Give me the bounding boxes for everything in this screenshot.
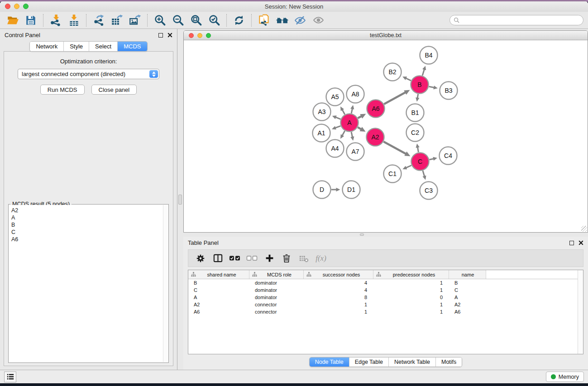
import-table-button[interactable]	[65, 13, 83, 28]
graph-edge-C-C4[interactable]	[430, 157, 437, 161]
table-row[interactable]: Cdominator41C	[188, 286, 583, 294]
graph-node-A7[interactable]: A7	[347, 143, 364, 161]
graph-edge-C-C1[interactable]	[402, 165, 411, 169]
table-cell[interactable]: 1	[304, 302, 373, 307]
delete-table-button[interactable]	[295, 251, 312, 266]
graph-edge-A-A4[interactable]	[340, 131, 345, 138]
table-row[interactable]: A2connector11A2	[188, 301, 583, 308]
table-cell[interactable]: A2	[449, 302, 486, 307]
graph-edge-A6-B[interactable]	[384, 90, 410, 104]
graph-node-C4[interactable]: C4	[440, 147, 457, 165]
splitter-handle[interactable]	[360, 234, 364, 236]
close-network-button[interactable]	[189, 33, 194, 38]
table-cell[interactable]: A2	[188, 302, 249, 307]
close-window-button[interactable]	[5, 4, 10, 9]
split-panel-button[interactable]	[209, 251, 226, 266]
graph-edge-D-D1[interactable]	[331, 188, 340, 191]
graph-edge-C-C2[interactable]	[416, 143, 420, 152]
graph-node-A5[interactable]: A5	[326, 88, 344, 106]
graph-node-A6[interactable]: A6	[367, 100, 385, 118]
graph-edge-A-A1[interactable]	[332, 126, 340, 129]
tab-select[interactable]: Select	[89, 42, 118, 51]
graph-node-C2[interactable]: C2	[406, 124, 424, 142]
table-cell[interactable]: 8	[304, 295, 373, 300]
column-header-shared-name[interactable]: shared name	[188, 270, 249, 279]
graph-node-C3[interactable]: C3	[420, 182, 438, 200]
show-panels-button[interactable]	[273, 13, 291, 28]
run-mcds-button[interactable]: Run MCDS	[40, 85, 85, 95]
zoom-in-button[interactable]	[151, 13, 169, 28]
float-panel-icon[interactable]	[569, 241, 574, 245]
table-cell[interactable]: 1	[373, 309, 449, 315]
function-builder-button[interactable]: f(x)	[312, 251, 330, 266]
tab-mcds[interactable]: MCDS	[118, 42, 147, 51]
table-cell[interactable]: connector	[249, 302, 304, 307]
close-panel-icon[interactable]	[578, 240, 583, 245]
task-history-button[interactable]	[4, 372, 16, 382]
graph-edge-A-A7[interactable]	[350, 132, 354, 141]
mcds-result-list[interactable]: A2ABCA6	[9, 205, 163, 362]
table-cell[interactable]: 1	[373, 280, 449, 286]
table-cell[interactable]: C	[188, 287, 249, 293]
graph-node-B3[interactable]: B3	[440, 82, 458, 100]
tab-node-table[interactable]: Node Table	[310, 357, 349, 367]
graph-edge-A-A6[interactable]	[358, 114, 366, 119]
graph-node-A8[interactable]: A8	[347, 86, 364, 103]
table-scrollbar[interactable]	[578, 270, 583, 354]
table-cell[interactable]: 1	[373, 287, 449, 293]
graph-edge-A-A5[interactable]	[340, 106, 345, 114]
maximize-window-button[interactable]	[23, 4, 29, 9]
zoom-out-button[interactable]	[169, 13, 187, 28]
graph-edge-B-B1[interactable]	[416, 94, 419, 102]
open-file-button[interactable]	[4, 13, 22, 28]
graph-node-B4[interactable]: B4	[420, 47, 438, 64]
graph-edge-B-B2[interactable]	[402, 76, 411, 81]
deselect-all-columns-button[interactable]	[244, 251, 261, 266]
tab-edge-table[interactable]: Edge Table	[349, 357, 389, 367]
graph-edge-A-A3[interactable]	[332, 115, 341, 119]
table-cell[interactable]: A	[449, 295, 486, 300]
delete-column-button[interactable]	[278, 251, 295, 266]
search-input[interactable]	[462, 17, 579, 24]
resize-grip-icon[interactable]	[581, 226, 587, 232]
result-item[interactable]: A2	[9, 207, 163, 214]
table-row[interactable]: Adominator80A	[188, 294, 583, 301]
graph-node-D[interactable]: D	[313, 181, 331, 199]
minimize-network-button[interactable]	[197, 33, 202, 38]
network-canvas[interactable]: B4B2BB3A5A8A6B1A3AC2A1A2A4A7CC4C1C3DD1	[184, 40, 588, 232]
show-visual-button[interactable]	[309, 13, 327, 28]
table-row[interactable]: Bdominator41B	[188, 279, 583, 286]
hide-visual-button[interactable]	[291, 13, 309, 28]
export-network-button[interactable]	[90, 13, 108, 28]
graph-edge-A2-C[interactable]	[383, 142, 410, 156]
table-cell[interactable]: 4	[304, 280, 373, 286]
create-column-button[interactable]	[261, 251, 278, 266]
tab-network-table[interactable]: Network Table	[389, 357, 436, 367]
column-header-successor-nodes[interactable]: successor nodes	[304, 270, 373, 279]
result-item[interactable]: C	[9, 229, 163, 236]
criterion-select[interactable]: largest connected component (directed)	[18, 69, 159, 79]
graph-edge-C-C3[interactable]	[422, 171, 426, 180]
tab-network[interactable]: Network	[30, 42, 64, 51]
table-cell[interactable]: dominator	[249, 287, 304, 293]
graph-edge-A-A2[interactable]	[358, 127, 365, 132]
maximize-network-button[interactable]	[206, 33, 211, 38]
minimize-window-button[interactable]	[14, 4, 19, 9]
graph-edge-A-A8[interactable]	[350, 105, 354, 113]
horizontal-splitter[interactable]	[183, 233, 588, 237]
graph-node-C1[interactable]: C1	[384, 165, 402, 183]
zoom-fit-button[interactable]	[187, 13, 205, 28]
close-panel-button[interactable]: Close panel	[91, 85, 137, 95]
table-cell[interactable]: 0	[373, 295, 449, 300]
graph-edge-B-B4[interactable]	[422, 66, 426, 76]
float-panel-icon[interactable]	[158, 33, 163, 38]
search-field[interactable]	[449, 15, 583, 25]
graph-node-B2[interactable]: B2	[384, 63, 402, 81]
tab-motifs[interactable]: Motifs	[436, 357, 462, 367]
select-all-columns-button[interactable]	[226, 251, 244, 266]
graph-node-A3[interactable]: A3	[313, 103, 331, 121]
table-cell[interactable]: connector	[249, 309, 304, 315]
graph-node-A[interactable]: A	[341, 114, 359, 132]
result-item[interactable]: B	[9, 221, 163, 229]
graph-edge-B-B3[interactable]	[429, 86, 438, 89]
